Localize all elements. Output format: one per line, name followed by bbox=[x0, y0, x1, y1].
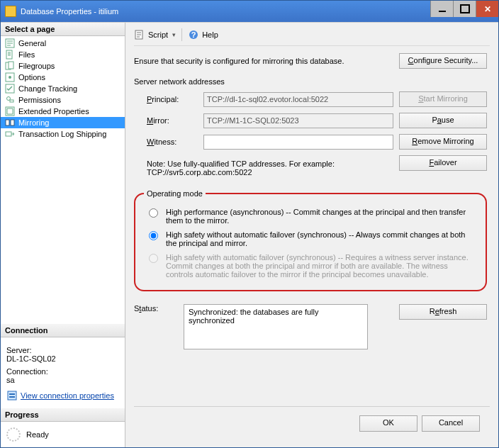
page-item-general[interactable]: General bbox=[1, 38, 125, 49]
left-panel: Select a page General Files Filegroups O… bbox=[1, 23, 125, 447]
server-label: Server: bbox=[6, 346, 119, 354]
titlebar: Database Properties - itilium bbox=[1, 1, 498, 22]
svg-rect-11 bbox=[11, 120, 14, 125]
svg-rect-14 bbox=[9, 393, 15, 395]
toolbar-separator bbox=[181, 28, 182, 41]
svg-rect-8 bbox=[10, 100, 13, 102]
start-mirroring-button: Start Mirroring bbox=[399, 91, 487, 107]
witness-input[interactable] bbox=[203, 135, 393, 150]
svg-rect-13 bbox=[8, 391, 16, 400]
page-item-filegroups[interactable]: Filegroups bbox=[1, 60, 125, 72]
database-icon bbox=[5, 6, 16, 17]
connection-header: Connection bbox=[1, 324, 125, 337]
right-panel: Script ? Help Ensure that security is co… bbox=[125, 23, 498, 447]
page-item-mirroring[interactable]: Mirroring bbox=[1, 117, 125, 128]
svg-rect-10 bbox=[6, 120, 9, 125]
minimize-button[interactable] bbox=[430, 1, 453, 17]
status-label: Status: bbox=[134, 304, 184, 313]
window-title: Database Properties - itilium bbox=[21, 7, 118, 16]
script-button[interactable]: Script bbox=[134, 29, 176, 40]
principal-label: Principal: bbox=[147, 95, 203, 103]
status-box: Synchronized: the databases are fully sy… bbox=[184, 304, 368, 349]
network-addresses-header: Server network addresses bbox=[134, 77, 487, 86]
opmode-high-safety-no-failover[interactable]: High safety without automatic failover (… bbox=[144, 228, 477, 250]
help-icon: ? bbox=[188, 29, 199, 40]
remove-mirroring-button[interactable]: Remove Mirroring bbox=[399, 134, 487, 150]
svg-point-5 bbox=[9, 76, 11, 79]
page-list: General Files Filegroups Options Change … bbox=[1, 36, 125, 141]
operating-mode-legend: Operating mode bbox=[144, 189, 206, 198]
note-text: Note: Use fully-qualified TCP addresses.… bbox=[147, 159, 393, 177]
maximize-button[interactable] bbox=[453, 1, 476, 17]
configure-security-button[interactable]: Configure Security... bbox=[399, 53, 487, 69]
svg-rect-12 bbox=[6, 132, 11, 136]
progress-header: Progress bbox=[1, 408, 125, 422]
opmode-high-performance-radio[interactable] bbox=[149, 208, 158, 218]
close-button[interactable] bbox=[476, 1, 498, 17]
svg-rect-1 bbox=[6, 50, 12, 59]
progress-status: Ready bbox=[26, 430, 49, 439]
dialog-button-bar: OK Cancel bbox=[134, 406, 490, 440]
help-button[interactable]: ? Help bbox=[188, 29, 218, 40]
svg-text:?: ? bbox=[191, 30, 196, 39]
view-connection-properties-link[interactable]: View connection properties bbox=[6, 390, 119, 401]
page-item-log-shipping[interactable]: Transaction Log Shipping bbox=[1, 128, 125, 140]
svg-rect-15 bbox=[9, 396, 15, 398]
dialog-window: Database Properties - itilium Select a p… bbox=[0, 0, 499, 448]
opmode-high-safety-no-failover-radio[interactable] bbox=[149, 231, 158, 240]
toolbar: Script ? Help bbox=[134, 28, 490, 46]
select-page-header: Select a page bbox=[1, 23, 125, 36]
failover-button[interactable]: Failover bbox=[399, 155, 487, 171]
page-item-files[interactable]: Files bbox=[1, 49, 125, 60]
page-item-extended-properties[interactable]: Extended Properties bbox=[1, 106, 125, 117]
page-item-options[interactable]: Options bbox=[1, 72, 125, 83]
server-value: DL-1C-SQL02 bbox=[6, 354, 119, 363]
properties-icon bbox=[6, 390, 18, 401]
principal-input[interactable] bbox=[203, 92, 393, 107]
page-item-permissions[interactable]: Permissions bbox=[1, 94, 125, 106]
ensure-text: Ensure that security is configured for m… bbox=[134, 57, 393, 65]
progress-spinner-icon bbox=[6, 427, 21, 442]
page-item-change-tracking[interactable]: Change Tracking bbox=[1, 83, 125, 94]
cancel-button[interactable]: Cancel bbox=[422, 415, 480, 432]
witness-label: Witness: bbox=[147, 138, 203, 146]
mirror-input[interactable] bbox=[203, 113, 393, 128]
refresh-button[interactable]: Refresh bbox=[399, 304, 487, 320]
opmode-high-safety-auto-failover: High safety with automatic failover (syn… bbox=[144, 250, 477, 281]
ok-button[interactable]: OK bbox=[359, 415, 417, 432]
connection-label: Connection: bbox=[6, 367, 119, 376]
connection-value: sa bbox=[6, 376, 119, 384]
mirror-label: Mirror: bbox=[147, 116, 203, 125]
operating-mode-group: Operating mode High performance (asynchr… bbox=[134, 189, 487, 291]
opmode-high-safety-auto-failover-radio bbox=[149, 254, 158, 263]
pause-button[interactable]: Pause bbox=[399, 113, 487, 128]
script-icon bbox=[134, 29, 145, 40]
svg-rect-3 bbox=[9, 62, 13, 69]
opmode-high-performance[interactable]: High performance (asynchronous) -- Commi… bbox=[144, 205, 477, 228]
